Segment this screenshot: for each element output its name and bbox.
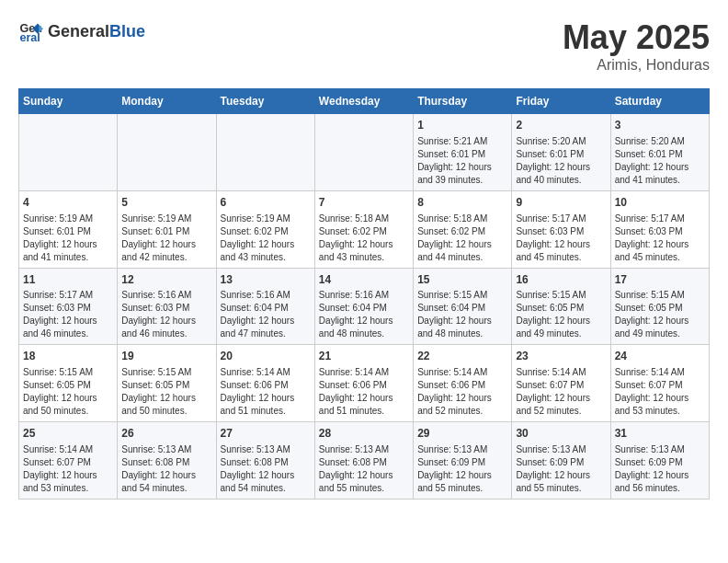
- calendar-cell: 7Sunrise: 5:18 AM Sunset: 6:02 PM Daylig…: [314, 190, 413, 268]
- calendar-cell: 28Sunrise: 5:13 AM Sunset: 6:08 PM Dayli…: [314, 422, 413, 500]
- day-info: Sunrise: 5:14 AM Sunset: 6:06 PM Dayligh…: [319, 366, 409, 418]
- day-info: Sunrise: 5:16 AM Sunset: 6:03 PM Dayligh…: [121, 289, 211, 340]
- week-row-2: 4Sunrise: 5:19 AM Sunset: 6:01 PM Daylig…: [19, 190, 710, 268]
- calendar-cell: 20Sunrise: 5:14 AM Sunset: 6:06 PM Dayli…: [216, 345, 314, 422]
- day-number: 17: [615, 272, 705, 288]
- calendar-cell: 23Sunrise: 5:14 AM Sunset: 6:07 PM Dayli…: [512, 345, 610, 422]
- page-header: Gen eral GeneralBlue May 2025 Arimis, Ho…: [18, 18, 710, 74]
- calendar-cell: 10Sunrise: 5:17 AM Sunset: 6:03 PM Dayli…: [610, 190, 709, 268]
- day-info: Sunrise: 5:17 AM Sunset: 6:03 PM Dayligh…: [615, 213, 705, 264]
- calendar-cell: 12Sunrise: 5:16 AM Sunset: 6:03 PM Dayli…: [118, 268, 216, 345]
- day-number: 24: [615, 349, 705, 364]
- calendar-cell: [19, 114, 118, 191]
- calendar-cell: 31Sunrise: 5:13 AM Sunset: 6:09 PM Dayli…: [610, 422, 709, 500]
- day-number: 6: [221, 195, 311, 211]
- calendar-table: SundayMondayTuesdayWednesdayThursdayFrid…: [18, 88, 710, 500]
- day-info: Sunrise: 5:14 AM Sunset: 6:06 PM Dayligh…: [417, 366, 507, 418]
- calendar-cell: 19Sunrise: 5:15 AM Sunset: 6:05 PM Dayli…: [118, 345, 216, 422]
- svg-text:eral: eral: [19, 31, 40, 44]
- weekday-header-thursday: Thursday: [414, 89, 512, 114]
- day-number: 12: [121, 272, 211, 288]
- calendar-cell: 13Sunrise: 5:16 AM Sunset: 6:04 PM Dayli…: [216, 268, 314, 345]
- main-title: May 2025: [563, 18, 710, 57]
- calendar-cell: 1Sunrise: 5:21 AM Sunset: 6:01 PM Daylig…: [414, 114, 512, 191]
- day-number: 14: [319, 272, 409, 288]
- day-info: Sunrise: 5:13 AM Sunset: 6:08 PM Dayligh…: [221, 443, 311, 495]
- day-info: Sunrise: 5:17 AM Sunset: 6:03 PM Dayligh…: [23, 289, 113, 340]
- day-number: 7: [319, 195, 409, 211]
- week-row-1: 1Sunrise: 5:21 AM Sunset: 6:01 PM Daylig…: [19, 114, 710, 191]
- calendar-cell: 24Sunrise: 5:14 AM Sunset: 6:07 PM Dayli…: [610, 345, 709, 422]
- day-number: 15: [417, 272, 507, 288]
- day-info: Sunrise: 5:15 AM Sunset: 6:05 PM Dayligh…: [121, 366, 211, 418]
- day-info: Sunrise: 5:20 AM Sunset: 6:01 PM Dayligh…: [615, 135, 705, 187]
- calendar-cell: 16Sunrise: 5:15 AM Sunset: 6:05 PM Dayli…: [512, 268, 610, 345]
- weekday-header-saturday: Saturday: [610, 89, 709, 114]
- day-number: 21: [319, 349, 409, 364]
- day-info: Sunrise: 5:15 AM Sunset: 6:05 PM Dayligh…: [516, 289, 606, 340]
- day-number: 1: [417, 118, 507, 133]
- weekday-header-sunday: Sunday: [19, 89, 118, 114]
- day-number: 26: [121, 426, 211, 442]
- day-info: Sunrise: 5:14 AM Sunset: 6:07 PM Dayligh…: [23, 443, 113, 495]
- calendar-cell: 21Sunrise: 5:14 AM Sunset: 6:06 PM Dayli…: [314, 345, 413, 422]
- day-info: Sunrise: 5:19 AM Sunset: 6:02 PM Dayligh…: [221, 213, 311, 264]
- weekday-header-tuesday: Tuesday: [216, 89, 314, 114]
- weekday-header-row: SundayMondayTuesdayWednesdayThursdayFrid…: [19, 89, 710, 114]
- calendar-cell: 14Sunrise: 5:16 AM Sunset: 6:04 PM Dayli…: [314, 268, 413, 345]
- calendar-cell: 25Sunrise: 5:14 AM Sunset: 6:07 PM Dayli…: [19, 422, 118, 500]
- calendar-cell: 17Sunrise: 5:15 AM Sunset: 6:05 PM Dayli…: [610, 268, 709, 345]
- day-info: Sunrise: 5:16 AM Sunset: 6:04 PM Dayligh…: [221, 289, 311, 340]
- day-info: Sunrise: 5:14 AM Sunset: 6:07 PM Dayligh…: [615, 366, 705, 418]
- day-info: Sunrise: 5:20 AM Sunset: 6:01 PM Dayligh…: [516, 135, 606, 187]
- day-number: 29: [417, 426, 507, 442]
- day-info: Sunrise: 5:13 AM Sunset: 6:09 PM Dayligh…: [417, 443, 507, 495]
- calendar-cell: 27Sunrise: 5:13 AM Sunset: 6:08 PM Dayli…: [216, 422, 314, 500]
- day-number: 9: [516, 195, 606, 211]
- day-number: 10: [615, 195, 705, 211]
- logo-blue: Blue: [109, 22, 145, 41]
- calendar-cell: 30Sunrise: 5:13 AM Sunset: 6:09 PM Dayli…: [512, 422, 610, 500]
- day-number: 30: [516, 426, 606, 442]
- day-info: Sunrise: 5:15 AM Sunset: 6:05 PM Dayligh…: [615, 289, 705, 340]
- day-info: Sunrise: 5:18 AM Sunset: 6:02 PM Dayligh…: [319, 213, 409, 264]
- calendar-cell: [216, 114, 314, 191]
- calendar-cell: 6Sunrise: 5:19 AM Sunset: 6:02 PM Daylig…: [216, 190, 314, 268]
- day-number: 27: [221, 426, 311, 442]
- week-row-4: 18Sunrise: 5:15 AM Sunset: 6:05 PM Dayli…: [19, 345, 710, 422]
- day-number: 25: [23, 426, 113, 442]
- calendar-cell: 22Sunrise: 5:14 AM Sunset: 6:06 PM Dayli…: [414, 345, 512, 422]
- day-number: 3: [615, 118, 705, 133]
- day-info: Sunrise: 5:19 AM Sunset: 6:01 PM Dayligh…: [23, 213, 113, 264]
- weekday-header-friday: Friday: [512, 89, 610, 114]
- day-info: Sunrise: 5:17 AM Sunset: 6:03 PM Dayligh…: [516, 213, 606, 264]
- calendar-cell: 11Sunrise: 5:17 AM Sunset: 6:03 PM Dayli…: [19, 268, 118, 345]
- day-info: Sunrise: 5:15 AM Sunset: 6:05 PM Dayligh…: [23, 366, 113, 418]
- day-number: 8: [417, 195, 507, 211]
- calendar-cell: 8Sunrise: 5:18 AM Sunset: 6:02 PM Daylig…: [414, 190, 512, 268]
- day-number: 13: [221, 272, 311, 288]
- calendar-cell: 29Sunrise: 5:13 AM Sunset: 6:09 PM Dayli…: [414, 422, 512, 500]
- logo: Gen eral GeneralBlue: [18, 18, 145, 44]
- day-number: 18: [23, 349, 113, 364]
- day-info: Sunrise: 5:19 AM Sunset: 6:01 PM Dayligh…: [121, 213, 211, 264]
- calendar-cell: 5Sunrise: 5:19 AM Sunset: 6:01 PM Daylig…: [118, 190, 216, 268]
- day-number: 16: [516, 272, 606, 288]
- day-number: 31: [615, 426, 705, 442]
- day-info: Sunrise: 5:16 AM Sunset: 6:04 PM Dayligh…: [319, 289, 409, 340]
- weekday-header-monday: Monday: [118, 89, 216, 114]
- calendar-cell: 3Sunrise: 5:20 AM Sunset: 6:01 PM Daylig…: [610, 114, 709, 191]
- week-row-5: 25Sunrise: 5:14 AM Sunset: 6:07 PM Dayli…: [19, 422, 710, 500]
- day-number: 2: [516, 118, 606, 133]
- day-info: Sunrise: 5:13 AM Sunset: 6:09 PM Dayligh…: [516, 443, 606, 495]
- calendar-cell: 2Sunrise: 5:20 AM Sunset: 6:01 PM Daylig…: [512, 114, 610, 191]
- day-number: 11: [23, 272, 113, 288]
- calendar-cell: 15Sunrise: 5:15 AM Sunset: 6:04 PM Dayli…: [414, 268, 512, 345]
- day-info: Sunrise: 5:14 AM Sunset: 6:07 PM Dayligh…: [516, 366, 606, 418]
- day-info: Sunrise: 5:15 AM Sunset: 6:04 PM Dayligh…: [417, 289, 507, 340]
- day-info: Sunrise: 5:14 AM Sunset: 6:06 PM Dayligh…: [221, 366, 311, 418]
- day-info: Sunrise: 5:13 AM Sunset: 6:08 PM Dayligh…: [319, 443, 409, 495]
- day-info: Sunrise: 5:21 AM Sunset: 6:01 PM Dayligh…: [417, 135, 507, 187]
- logo-general: General: [48, 22, 109, 41]
- calendar-cell: [314, 114, 413, 191]
